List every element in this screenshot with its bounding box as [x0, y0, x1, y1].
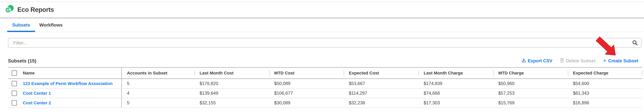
- export-csv-label: Export CSV: [528, 58, 552, 64]
- column-header-last-month-cost[interactable]: Last Month Cost: [194, 68, 269, 78]
- row-checkbox-cell: [8, 98, 21, 108]
- tab-subsets-label: Subsets: [12, 22, 30, 28]
- delete-subset-button[interactable]: Delete Subset: [560, 58, 596, 64]
- toolbar: Subsets (15) Export CSV: [8, 57, 638, 65]
- expected-cost-value: $114,297: [344, 88, 418, 98]
- tab-workflows[interactable]: Workflows: [39, 18, 63, 32]
- accounts-in-subset-value: 5: [122, 98, 194, 108]
- column-header-accounts[interactable]: Accounts in Subset: [122, 68, 194, 78]
- subset-name-link[interactable]: 123 Example of Perm Workflow Association: [23, 81, 113, 86]
- row-checkbox[interactable]: [12, 90, 17, 96]
- mtd-charge-value: $57,253: [493, 88, 568, 98]
- expected-charge-value: $16,896: [568, 98, 642, 108]
- mtd-cost-value: $50,089: [269, 79, 344, 88]
- table-row: Cost Center 2 5 $32,155 $30,089 $32,238 …: [8, 98, 642, 108]
- tab-bar: Subsets Workflows: [0, 18, 644, 32]
- mtd-cost-value: $30,089: [269, 98, 344, 108]
- subsets-table: Name Accounts in Subset Last Month Cost …: [8, 67, 642, 108]
- expected-charge-value: $54,600: [568, 79, 642, 88]
- trash-icon: [560, 58, 564, 64]
- table-header-row: Name Accounts in Subset Last Month Cost …: [8, 68, 642, 79]
- column-header-last-month-charge[interactable]: Last Month Charge: [418, 68, 493, 78]
- last-month-charge-value: $17,303: [418, 98, 493, 108]
- column-header-expected-cost[interactable]: Expected Cost: [344, 68, 418, 78]
- row-checkbox[interactable]: [12, 100, 17, 106]
- last-month-charge-value: $74,668: [418, 88, 493, 98]
- filter-input[interactable]: [8, 38, 642, 48]
- create-subset-button[interactable]: + Create Subset: [603, 58, 638, 64]
- subsets-count-heading: Subsets (15): [8, 58, 36, 64]
- page-title: Eco Reports: [17, 6, 54, 13]
- filter-bar: [8, 38, 642, 48]
- tab-workflows-label: Workflows: [39, 22, 62, 28]
- header-checkbox-cell: [8, 68, 21, 78]
- subset-name-link[interactable]: Cost Center 2: [23, 100, 51, 105]
- tab-subsets[interactable]: Subsets: [7, 18, 35, 32]
- row-checkbox[interactable]: [12, 81, 17, 86]
- eco-logo-icon: [5, 5, 14, 14]
- last-month-cost-value: $139,649: [194, 88, 269, 98]
- column-header-name[interactable]: Name: [21, 68, 122, 78]
- table-row: 123 Example of Perm Workflow Association…: [8, 79, 642, 88]
- expected-cost-value: $32,238: [344, 98, 418, 108]
- last-month-cost-value: $32,155: [194, 98, 269, 108]
- expected-charge-value: $61,343: [568, 88, 642, 98]
- mtd-charge-value: $50,960: [493, 79, 568, 88]
- toolbar-actions: Export CSV Delete Subset + Create Subset: [522, 58, 638, 64]
- window-top-strip: [0, 0, 644, 2]
- table-row: Cost Center 1 4 $139,649 $106,677 $114,2…: [8, 88, 642, 98]
- mtd-charge-value: $15,769: [493, 98, 568, 108]
- column-header-mtd-cost[interactable]: MTD Cost: [269, 68, 344, 78]
- create-subset-label: Create Subset: [608, 58, 638, 64]
- column-header-expected-charge[interactable]: Expected Charge: [568, 68, 642, 78]
- subset-name-link[interactable]: Cost Center 1: [23, 91, 51, 96]
- app-header: Eco Reports: [0, 2, 644, 18]
- search-icon: [632, 40, 638, 46]
- download-icon: [522, 58, 526, 64]
- delete-subset-label: Delete Subset: [566, 58, 596, 64]
- export-csv-button[interactable]: Export CSV: [522, 58, 552, 64]
- last-month-charge-value: $174,839: [418, 79, 493, 88]
- select-all-checkbox[interactable]: [12, 70, 17, 76]
- mtd-cost-value: $106,677: [269, 88, 344, 98]
- plus-icon: +: [603, 58, 606, 63]
- expected-cost-value: $53,667: [344, 79, 418, 88]
- column-header-mtd-charge[interactable]: MTD Charge: [493, 68, 568, 78]
- last-month-cost-value: $176,820: [194, 79, 269, 88]
- accounts-in-subset-value: 5: [122, 79, 194, 88]
- row-checkbox-cell: [8, 79, 21, 88]
- row-checkbox-cell: [8, 88, 21, 98]
- accounts-in-subset-value: 4: [122, 88, 194, 98]
